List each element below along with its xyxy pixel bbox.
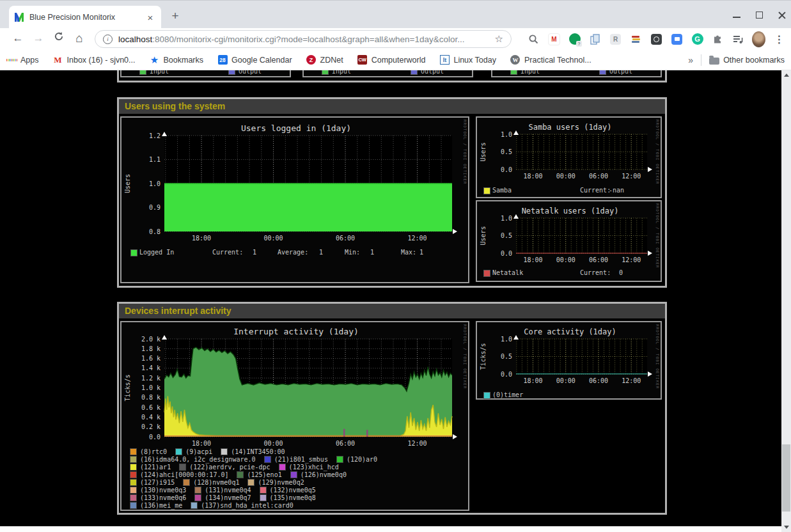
svg-text:0.0: 0.0: [501, 166, 512, 173]
other-bookmarks[interactable]: Other bookmarks: [709, 56, 785, 65]
bookmark-star-icon[interactable]: ☆: [495, 33, 503, 45]
new-tab-button[interactable]: +: [168, 8, 183, 24]
bookmark-inbox[interactable]: M Inbox (16) - sjvn0...: [53, 55, 136, 65]
svg-text:1.0: 1.0: [501, 336, 512, 343]
page-scrollbar[interactable]: [781, 70, 791, 532]
section-interrupts: Devices interrupt activity Interrupt act…: [117, 302, 667, 515]
graph-net0-partial[interactable]: InputOutput: [120, 70, 291, 77]
graph-core-activity[interactable]: Core activity (1day)Ticks/s1.00.50.018:0…: [476, 321, 662, 400]
voice-extension-icon[interactable]: ?: [568, 33, 581, 46]
interrupt-legend: (8)rtc0(9)acpi(14)INT3450:00(16)idma64.0…: [121, 448, 468, 509]
scrollbar-up-arrow[interactable]: [781, 70, 791, 80]
calendar-icon: 28: [218, 55, 228, 65]
section-users-title: Users using the system: [119, 99, 665, 114]
graph-samba-users[interactable]: Samba users (1day)Users1.00.50.018:0000:…: [476, 116, 662, 198]
gmail-icon: M: [53, 55, 63, 65]
svg-text:Users logged in (1day): Users logged in (1day): [241, 123, 351, 133]
svg-text:0.2 k: 0.2 k: [141, 423, 161, 430]
bookmarks-bar: Apps M Inbox (16) - sjvn0... ★ Bookmarks…: [0, 50, 791, 70]
bookmark-practical-technology[interactable]: W Practical Technol...: [510, 55, 591, 65]
section-users: Users using the system Users logged in (…: [117, 97, 667, 288]
gmail-extension-icon[interactable]: M: [547, 33, 561, 46]
svg-text:12:00: 12:00: [622, 256, 641, 263]
svg-text:1.6 k: 1.6 k: [141, 355, 161, 362]
graph-netatalk-users[interactable]: Netatalk users (1day)Users1.00.50.018:00…: [476, 200, 662, 282]
reload-button[interactable]: [50, 29, 68, 47]
address-bar[interactable]: i localhost:8080/monitorix-cgi/monitorix…: [95, 30, 512, 48]
window-close-button[interactable]: [778, 11, 786, 19]
rrdtool-watermark: RRDTOOL / TOBI OETIKER: [655, 203, 660, 268]
svg-text:00:00: 00:00: [556, 256, 576, 263]
rrdtool-watermark: RRDTOOL / TOBI OETIKER: [463, 324, 467, 389]
graph-users-logged-in[interactable]: Users logged in (1day)Users1.21.11.00.90…: [120, 116, 469, 283]
meet-extension-icon[interactable]: [670, 33, 684, 46]
copy-pages-extension-icon[interactable]: [588, 33, 602, 46]
svg-text:0.8 k: 0.8 k: [141, 394, 161, 401]
titlebar: Blue Precision Monitorix × +: [0, 0, 791, 29]
users-legend: Logged InCurrent:1Average:1Min:1Max:1: [121, 249, 468, 258]
browser-tab[interactable]: Blue Precision Monitorix ×: [9, 6, 161, 29]
search-extension-icon[interactable]: [527, 33, 540, 46]
url-path: :8080/monitorix-cgi/monitorix.cgi?mode=l…: [152, 35, 464, 44]
bookmark-zdnet[interactable]: Z ZDNet: [306, 55, 343, 65]
svg-text:0.4 k: 0.4 k: [141, 414, 161, 421]
bookmark-computerworld[interactable]: CW Computerworld: [357, 55, 426, 65]
svg-text:Core activity (1day): Core activity (1day): [524, 327, 616, 336]
graph-net2-partial[interactable]: InputOutput: [491, 70, 662, 77]
svg-text:18:00: 18:00: [523, 256, 542, 263]
svg-text:18:00: 18:00: [523, 377, 542, 384]
svg-text:1.2: 1.2: [149, 132, 161, 139]
core-legend: (0)timer: [477, 391, 661, 400]
profile-avatar[interactable]: [752, 33, 765, 46]
svg-text:1.2 k: 1.2 k: [141, 375, 161, 382]
bookmark-linux-today[interactable]: lt Linux Today: [439, 55, 496, 65]
extensions-puzzle-icon[interactable]: [711, 33, 724, 46]
bookmark-bookmarks[interactable]: ★ Bookmarks: [150, 55, 204, 65]
maximize-button[interactable]: [755, 11, 764, 19]
svg-text:12:00: 12:00: [622, 173, 641, 180]
minimize-button[interactable]: [733, 11, 741, 19]
section-interrupts-title: Devices interrupt activity: [119, 304, 665, 318]
home-button[interactable]: ⌂: [70, 29, 88, 47]
apps-grid-icon: [6, 55, 17, 65]
svg-text:0.0: 0.0: [149, 434, 161, 441]
page-info-icon[interactable]: i: [103, 35, 113, 44]
svg-text:12:00: 12:00: [622, 377, 641, 384]
graph-net1-partial[interactable]: InputOutput: [302, 70, 473, 77]
tab-close-icon[interactable]: ×: [145, 12, 156, 23]
reading-list-extension-icon[interactable]: [629, 33, 643, 46]
svg-text:1.1: 1.1: [149, 156, 161, 163]
grammarly-extension-icon[interactable]: G: [691, 33, 704, 46]
browser-toolbar: ← → ⌂ i localhost:8080/monitorix-cgi/mon…: [0, 28, 791, 50]
svg-text:Interrupt activity (1day): Interrupt activity (1day): [233, 327, 359, 336]
browser-menu-icon[interactable]: ⋮: [772, 33, 786, 46]
scrollbar-down-arrow[interactable]: [781, 522, 791, 532]
bookmarks-overflow-chevron[interactable]: »: [688, 55, 693, 65]
url-text: localhost:8080/monitorix-cgi/monitorix.c…: [118, 35, 491, 44]
svg-text:0.6 k: 0.6 k: [141, 404, 161, 411]
bookmark-google-calendar[interactable]: 28 Google Calendar: [217, 55, 292, 65]
forward-button: →: [29, 29, 47, 47]
tab-title: Blue Precision Monitorix: [29, 13, 145, 22]
lighthouse-extension-icon[interactable]: [650, 33, 663, 46]
back-button[interactable]: ←: [9, 29, 27, 47]
scrollbar-thumb[interactable]: [782, 444, 790, 512]
svg-text:1.0 k: 1.0 k: [141, 384, 161, 391]
rrdtool-watermark: RRDTOOL / TOBI OETIKER: [655, 324, 660, 389]
svg-text:Users: Users: [480, 142, 487, 161]
svg-text:06:00: 06:00: [589, 173, 608, 180]
svg-text:00:00: 00:00: [263, 235, 283, 242]
star-icon: ★: [150, 55, 160, 65]
bookmark-apps[interactable]: Apps: [6, 55, 39, 65]
netatalk-legend: NetatalkCurrent:0: [477, 269, 661, 278]
svg-text:0.0: 0.0: [501, 250, 512, 257]
playlist-extension-icon[interactable]: [732, 33, 745, 46]
svg-text:1.0: 1.0: [501, 215, 512, 222]
r-extension-icon[interactable]: R: [609, 33, 622, 46]
users-logged-in-chart: Users logged in (1day)Users1.21.11.00.90…: [121, 118, 471, 287]
svg-text:0.5: 0.5: [501, 148, 512, 155]
svg-text:0.5: 0.5: [501, 353, 512, 360]
graph-interrupt-activity[interactable]: Interrupt activity (1day)Ticks/s2.0 k1.8…: [120, 321, 469, 511]
section-network-partial: InputOutput InputOutput InputOutput: [117, 70, 667, 82]
svg-text:0.9: 0.9: [149, 204, 161, 211]
